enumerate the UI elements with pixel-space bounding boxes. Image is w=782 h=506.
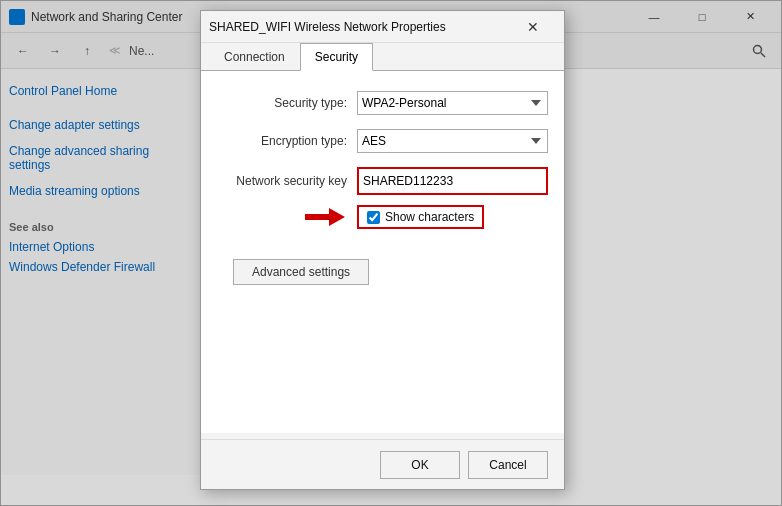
arrow-indicator (305, 206, 345, 228)
show-chars-label[interactable]: Show characters (385, 210, 474, 224)
encryption-type-control: AES (357, 129, 548, 153)
ok-button[interactable]: OK (380, 451, 460, 479)
security-type-select[interactable]: WPA2-Personal (357, 91, 548, 115)
dialog-body: Security type: WPA2-Personal Encryption … (201, 71, 564, 433)
svg-marker-2 (305, 208, 345, 226)
security-type-control: WPA2-Personal (357, 91, 548, 115)
encryption-type-select[interactable]: AES (357, 129, 548, 153)
connection-tab[interactable]: Connection (209, 43, 300, 71)
dialog-footer: OK Cancel (201, 439, 564, 489)
encryption-type-label: Encryption type: (217, 134, 357, 148)
security-tab[interactable]: Security (300, 43, 373, 71)
dialog-title: SHARED_WIFI Wireless Network Properties (209, 20, 510, 34)
dialog-close-button[interactable]: ✕ (510, 11, 556, 43)
advanced-settings-area: Advanced settings (217, 259, 548, 285)
security-key-row: Network security key (217, 167, 548, 195)
security-type-row: Security type: WPA2-Personal (217, 91, 548, 115)
wifi-properties-dialog: SHARED_WIFI Wireless Network Properties … (200, 10, 565, 490)
dialog-titlebar: SHARED_WIFI Wireless Network Properties … (201, 11, 564, 43)
cancel-button[interactable]: Cancel (468, 451, 548, 479)
show-chars-checkbox[interactable] (367, 211, 380, 224)
show-chars-row: Show characters (217, 205, 548, 229)
dialog-tabs: Connection Security (201, 43, 564, 71)
network-key-label: Network security key (217, 174, 357, 188)
encryption-type-row: Encryption type: AES (217, 129, 548, 153)
advanced-settings-button[interactable]: Advanced settings (233, 259, 369, 285)
network-key-box (357, 167, 548, 195)
network-key-input[interactable] (359, 169, 546, 193)
show-chars-wrapper: Show characters (357, 205, 484, 229)
security-type-label: Security type: (217, 96, 357, 110)
